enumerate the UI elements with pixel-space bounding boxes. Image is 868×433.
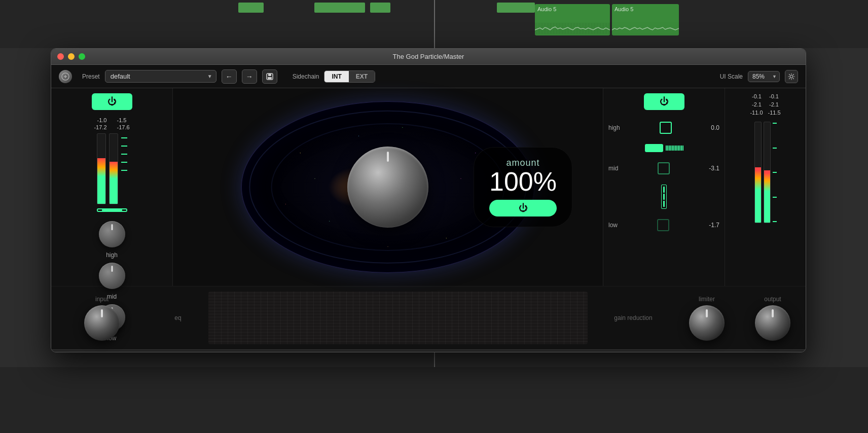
output-rms-r2: -11.5 — [768, 110, 781, 116]
input-rms-r: -17.6 — [117, 124, 130, 130]
output-rms-l1: -2.1 — [752, 101, 762, 107]
gain-reduction-panel: ⏻ high 0.0 — [603, 88, 725, 286]
bottom-section: input eq gain reduction limiter output — [51, 286, 806, 349]
gr-high-value: 0.0 — [711, 124, 719, 131]
input-panel: ⏻ -1.0 -1.5 -17.2 -17.6 — [51, 88, 173, 286]
close-button[interactable] — [57, 53, 64, 60]
waveform-1 — [535, 25, 610, 34]
gr-low-bracket — [657, 219, 669, 231]
limiter-section: limiter — [674, 286, 740, 349]
output-ticks — [773, 122, 777, 223]
input-meter-r — [109, 133, 118, 204]
input-knob-section: input — [51, 286, 153, 349]
app-logo — [59, 70, 72, 83]
preset-label: Preset — [82, 73, 100, 80]
center-panel: amount 100% ⏻ — [173, 88, 603, 286]
gr-mid-label: mid — [608, 165, 618, 172]
main-amount-knob[interactable] — [347, 147, 428, 228]
ui-scale-dropdown[interactable]: 85% 100% 125% — [748, 71, 780, 82]
output-knob[interactable] — [755, 305, 790, 341]
eq-high-label: high — [106, 251, 118, 259]
gr-meter-ticks — [666, 146, 683, 151]
ui-scale-label: UI Scale — [720, 73, 743, 80]
grille — [208, 292, 588, 344]
svg-rect-3 — [268, 77, 272, 79]
gr-low-label: low — [608, 222, 618, 229]
visualizer-area: amount 100% ⏻ — [173, 88, 603, 286]
clip-label-1: Audio 5 — [535, 5, 559, 13]
window-title: The God Particle/Master — [393, 53, 464, 60]
output-meter-l — [754, 122, 762, 223]
plugin-window: The God Particle/Master Preset default ▼… — [51, 48, 806, 352]
eq-section: eq — [153, 286, 203, 349]
preset-dropdown[interactable]: default — [105, 70, 216, 83]
int-ext-group: INT EXT — [324, 70, 375, 83]
gr-power-button[interactable]: ⏻ — [644, 93, 684, 110]
gr-meter-indicator — [645, 144, 663, 152]
output-peak-l1: -0.1 — [752, 93, 762, 99]
save-button[interactable] — [262, 69, 277, 84]
gr-mid-bracket — [658, 162, 670, 174]
output-section: output — [740, 286, 806, 349]
output-rms-r1: -2.1 — [769, 101, 779, 107]
input-power-button[interactable]: ⏻ — [92, 93, 132, 110]
eq-section-label: eq — [174, 314, 181, 321]
limiter-knob[interactable] — [689, 305, 725, 341]
title-bar: The God Particle/Master — [51, 49, 806, 65]
amount-display: amount 100% ⏻ — [474, 147, 572, 227]
eq-mid-knob[interactable] — [99, 263, 125, 289]
maximize-button[interactable] — [79, 53, 85, 60]
input-section-label: input — [95, 296, 108, 303]
audio-clip-2[interactable]: Audio 5 — [612, 4, 679, 35]
output-panel: -0.1 -0.1 -2.1 -2.1 -11.0 -11.5 — [725, 88, 806, 286]
svg-rect-2 — [268, 74, 271, 76]
gr-low-value: -1.7 — [709, 222, 719, 229]
gr-power-icon: ⏻ — [660, 96, 669, 107]
output-meter-r — [764, 122, 771, 223]
waveform-2 — [612, 25, 679, 34]
input-peak-r: -1.5 — [117, 117, 127, 123]
amount-value: 100% — [489, 168, 557, 195]
output-peak-r1: -0.1 — [769, 93, 779, 99]
gr-mid-meter — [661, 185, 667, 209]
window-controls — [57, 53, 85, 60]
gr-section: gain reduction — [593, 286, 674, 349]
gr-mid-value: -3.1 — [709, 165, 719, 172]
limiter-section-label: limiter — [699, 296, 715, 303]
preset-dropdown-wrapper[interactable]: default ▼ — [105, 70, 216, 83]
branding-bar: T H E G O D P A R T I C L E — [51, 349, 806, 352]
input-peak-l: -1.0 — [97, 117, 107, 123]
settings-button[interactable] — [785, 70, 798, 83]
sidechain-label: Sidechain — [293, 73, 319, 80]
amount-power-button[interactable]: ⏻ — [489, 200, 557, 216]
svg-point-4 — [790, 75, 793, 78]
toolbar: Preset default ▼ ← → Sidechain INT EXT U… — [51, 65, 806, 88]
nav-forward-button[interactable]: → — [242, 69, 257, 84]
input-rms-l: -17.2 — [94, 124, 106, 130]
eq-high-knob[interactable] — [99, 221, 125, 247]
main-area: ⏻ -1.0 -1.5 -17.2 -17.6 — [51, 88, 806, 286]
output-rms-l2: -11.0 — [750, 110, 763, 116]
audio-clip-1[interactable]: Audio 5 — [535, 4, 610, 35]
gr-high-label: high — [608, 124, 620, 131]
minimize-button[interactable] — [68, 53, 75, 60]
gr-section-label: gain reduction — [614, 314, 652, 321]
nav-back-button[interactable]: ← — [222, 69, 237, 84]
input-meter-l — [97, 133, 106, 204]
ext-button[interactable]: EXT — [349, 71, 375, 82]
amount-power-icon: ⏻ — [519, 203, 528, 213]
output-section-label: output — [764, 296, 781, 303]
int-button[interactable]: INT — [324, 71, 348, 82]
input-knob[interactable] — [84, 305, 120, 341]
gr-high-bracket — [660, 122, 672, 134]
input-power-icon: ⏻ — [107, 96, 117, 107]
clip-label-2: Audio 5 — [612, 5, 636, 13]
